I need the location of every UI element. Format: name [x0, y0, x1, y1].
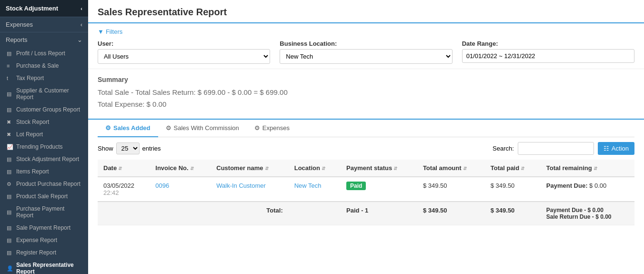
user-select[interactable]: All Users	[98, 49, 270, 64]
cell-customer-0[interactable]: Walk-In Customer	[211, 177, 288, 202]
reports-chevron-icon: ⌄	[77, 36, 82, 43]
sort-icon-invoice-no: ⇵	[190, 166, 194, 171]
sidebar-item-icon-expense-report: ▤	[7, 237, 13, 244]
location-link-0[interactable]: New Tech	[294, 182, 322, 189]
tab-sales-added[interactable]: ⚙Sales Added	[98, 120, 158, 137]
main-content: Sales Representative Report ▼ Filters Us…	[88, 0, 644, 274]
sidebar-item-label-sale-payment-report: Sale Payment Report	[16, 224, 70, 231]
sidebar-item-trending-products[interactable]: 📈Trending Products	[0, 141, 88, 153]
tab-gear-icon-sales-with-commission: ⚙	[166, 124, 171, 132]
filters-section: ▼ Filters User: All Users Business Locat…	[88, 23, 644, 69]
sidebar-item-items-report[interactable]: ▤Items Report	[0, 165, 88, 178]
totals-row: Total: Paid - 1 $ 349.50 $ 349.50 Paymen…	[98, 202, 634, 225]
sidebar-item-label-register-report: Register Report	[16, 249, 56, 256]
sidebar-item-icon-register-report: ▤	[7, 250, 13, 256]
col-header-customer-name[interactable]: Customer name⇵	[211, 160, 288, 177]
sidebar-item-profit-loss[interactable]: ▤Profit / Loss Report	[0, 47, 88, 60]
sidebar-item-register-report[interactable]: ▤Register Report	[0, 246, 88, 259]
summary-title: Summary	[98, 76, 634, 83]
totals-total-amount: $ 349.50	[417, 202, 485, 225]
totals-empty-1	[98, 202, 150, 225]
col-label-customer-name: Customer name	[216, 164, 263, 172]
sort-icon-payment-status: ⇵	[393, 166, 397, 171]
customer-link-0[interactable]: Walk-In Customer	[216, 182, 266, 189]
action-button[interactable]: ☷ Action	[598, 142, 634, 155]
col-header-total-amount[interactable]: Total amount⇵	[417, 160, 485, 177]
totals-empty-2	[150, 202, 211, 225]
sidebar-item-product-purchase-report[interactable]: ⚙Product Purchase Report	[0, 178, 88, 190]
col-header-total-paid[interactable]: Total paid⇵	[485, 160, 541, 177]
action-icon: ☷	[604, 145, 609, 152]
sidebar-header[interactable]: Stock Adjustment ‹	[0, 0, 88, 17]
col-label-total-amount: Total amount	[423, 164, 462, 172]
sidebar-item-purchase-sale[interactable]: ≡Purchase & Sale	[0, 60, 88, 72]
action-label: Action	[612, 145, 629, 152]
cell-invoice-0[interactable]: 0096	[150, 177, 211, 202]
sidebar-item-icon-items-report: ▤	[7, 169, 13, 175]
cell-total-paid-0: $ 349.50	[485, 177, 541, 202]
filters-toggle[interactable]: ▼ Filters	[98, 28, 634, 35]
col-header-location[interactable]: Location⇵	[289, 160, 341, 177]
sidebar-item-icon-purchase-sale: ≡	[7, 63, 13, 69]
sidebar-item-label-expense-report: Expense Report	[16, 237, 57, 244]
total-sale-line: Total Sale - Total Sales Return: $ 699.0…	[98, 88, 634, 96]
sidebar-item-label-purchase-sale: Purchase & Sale	[16, 62, 59, 69]
sidebar-item-sale-payment-report[interactable]: ▤Sale Payment Report	[0, 222, 88, 234]
sidebar-item-purchase-payment-report[interactable]: ▤Purchase Payment Report	[0, 203, 88, 222]
tab-label-sales-with-commission: Sales With Commission	[174, 124, 239, 132]
sidebar-item-icon-purchase-payment-report: ▤	[7, 209, 13, 215]
sidebar-item-label-items-report: Items Report	[16, 168, 49, 175]
invoice-link-0[interactable]: 0096	[155, 182, 169, 189]
business-location-select[interactable]: New Tech	[280, 49, 452, 64]
tab-gear-icon-sales-added: ⚙	[105, 124, 111, 132]
remaining-label-0: Payment Due:	[546, 182, 588, 189]
col-label-total-paid: Total paid	[491, 164, 519, 172]
cell-location-0[interactable]: New Tech	[289, 177, 341, 202]
table-wrapper: Date⇵Invoice No.⇵Customer name⇵Location⇵…	[88, 160, 644, 235]
sort-icon-total-amount: ⇵	[463, 166, 467, 171]
sidebar-item-stock-report[interactable]: ✖Stock Report	[0, 116, 88, 128]
sidebar-expenses[interactable]: Expenses ‹	[0, 17, 88, 32]
user-label: User:	[98, 40, 270, 47]
sidebar-item-icon-lot-report: ✖	[7, 132, 13, 138]
reports-label: Reports	[6, 36, 28, 43]
col-header-invoice-no[interactable]: Invoice No.⇵	[150, 160, 211, 177]
date-range-input[interactable]	[462, 49, 634, 63]
expenses-label: Expenses	[6, 21, 33, 28]
sidebar-item-label-profit-loss: Profit / Loss Report	[16, 50, 65, 57]
col-header-date[interactable]: Date⇵	[98, 160, 150, 177]
tab-sales-with-commission[interactable]: ⚙Sales With Commission	[158, 120, 247, 137]
filter-row: User: All Users Business Location: New T…	[98, 40, 634, 64]
sidebar-reports[interactable]: Reports ⌄	[0, 32, 88, 47]
sidebar-item-sales-representative-report[interactable]: 👤Sales Representative Report	[0, 259, 88, 274]
expenses-chevron-icon: ‹	[80, 21, 82, 28]
sidebar-item-product-sale-report[interactable]: ▤Product Sale Report	[0, 190, 88, 203]
sidebar-item-icon-supplier-customer: ▤	[7, 91, 13, 97]
col-header-payment-status[interactable]: Payment status⇵	[341, 160, 417, 177]
sidebar-item-stock-adjustment-report[interactable]: ▤Stock Adjustment Report	[0, 153, 88, 165]
col-header-total-remaining[interactable]: Total remaining⇵	[541, 160, 634, 177]
summary-section: Summary Total Sale - Total Sales Return:…	[88, 69, 644, 119]
col-label-total-remaining: Total remaining	[546, 164, 592, 172]
show-label: Show	[98, 145, 113, 152]
sidebar-item-supplier-customer[interactable]: ▤Supplier & Customer Report	[0, 84, 88, 103]
sidebar-item-icon-product-sale-report: ▤	[7, 193, 13, 200]
page-title: Sales Representative Report	[98, 7, 634, 18]
sidebar-item-tax-report[interactable]: tTax Report	[0, 72, 88, 84]
sidebar-item-label-purchase-payment-report: Purchase Payment Report	[16, 205, 82, 219]
sort-icon-customer-name: ⇵	[265, 166, 269, 171]
sidebar-collapse-icon[interactable]: ‹	[80, 6, 82, 11]
tab-expenses[interactable]: ⚙Expenses	[247, 120, 297, 137]
sidebar-item-expense-report[interactable]: ▤Expense Report	[0, 234, 88, 246]
table-head: Date⇵Invoice No.⇵Customer name⇵Location⇵…	[98, 160, 634, 177]
sidebar-item-customer-groups[interactable]: ▤Customer Groups Report	[0, 103, 88, 116]
cell-payment-status-0: Paid	[341, 177, 417, 202]
sidebar-item-label-sales-representative-report: Sales Representative Report	[16, 262, 82, 274]
entries-select[interactable]: 25	[116, 142, 140, 154]
sidebar-item-icon-profit-loss: ▤	[7, 51, 13, 57]
sort-icon-location: ⇵	[322, 166, 325, 171]
sidebar-item-lot-report[interactable]: ✖Lot Report	[0, 128, 88, 141]
col-label-location: Location	[294, 164, 320, 172]
search-input[interactable]	[518, 142, 594, 155]
totals-label: Total:	[211, 202, 288, 225]
